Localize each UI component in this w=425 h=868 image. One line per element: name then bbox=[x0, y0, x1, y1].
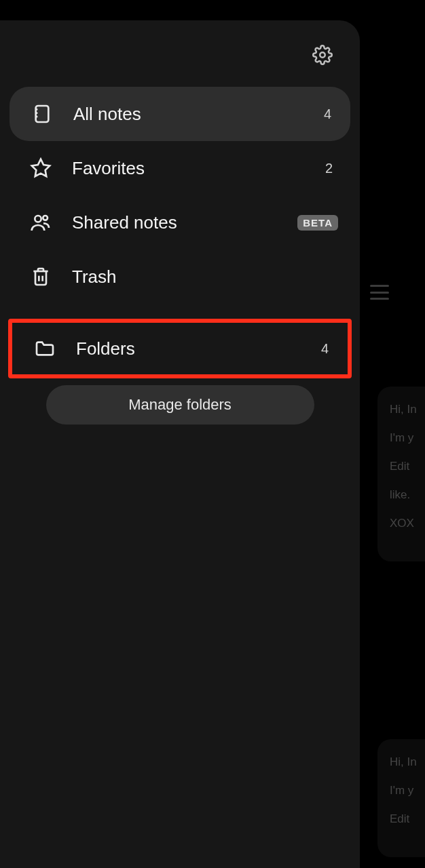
bg-text: Hi, In bbox=[390, 755, 425, 769]
trash-icon bbox=[30, 266, 52, 288]
background-note-card-2: Hi, In I'm y Edit bbox=[377, 739, 425, 857]
folder-icon bbox=[34, 338, 56, 359]
people-icon bbox=[30, 212, 52, 233]
nav-label: Favorites bbox=[72, 158, 305, 179]
nav-label: Shared notes bbox=[72, 212, 288, 233]
header-row bbox=[0, 37, 360, 87]
nav-count: 4 bbox=[321, 341, 329, 357]
bg-text: Edit bbox=[390, 460, 425, 473]
menu-icon bbox=[370, 285, 389, 300]
bg-text: XOX bbox=[390, 517, 425, 530]
notes-icon bbox=[31, 103, 53, 125]
manage-folders-wrap: Manage folders bbox=[8, 380, 352, 425]
svg-rect-1 bbox=[36, 106, 49, 122]
navigation-list: All notes 4 Favorites 2 Shared note bbox=[0, 87, 360, 425]
beta-badge: BETA bbox=[297, 215, 338, 231]
nav-item-shared-notes[interactable]: Shared notes BETA bbox=[8, 195, 352, 250]
nav-item-trash[interactable]: Trash bbox=[8, 250, 352, 304]
navigation-drawer: All notes 4 Favorites 2 Shared note bbox=[0, 20, 360, 868]
manage-folders-button[interactable]: Manage folders bbox=[46, 385, 314, 425]
svg-point-6 bbox=[35, 216, 41, 222]
nav-item-favorites[interactable]: Favorites 2 bbox=[8, 141, 352, 195]
svg-marker-5 bbox=[32, 159, 50, 176]
bg-text: I'm y bbox=[390, 431, 425, 445]
nav-count: 4 bbox=[324, 106, 331, 122]
settings-button[interactable] bbox=[312, 45, 333, 68]
star-icon bbox=[30, 157, 52, 179]
hamburger-menu-behind bbox=[370, 285, 389, 300]
nav-label: All notes bbox=[73, 104, 303, 125]
gear-icon bbox=[312, 45, 333, 65]
background-note-card: Hi, In I'm y Edit like. XOX bbox=[377, 387, 425, 561]
bg-text: Edit bbox=[390, 812, 425, 826]
bg-text: Hi, In bbox=[390, 403, 425, 416]
nav-label: Folders bbox=[76, 338, 301, 359]
nav-item-folders[interactable]: Folders 4 bbox=[12, 323, 348, 374]
bg-text: I'm y bbox=[390, 784, 425, 797]
nav-count: 2 bbox=[325, 161, 333, 176]
bg-text: like. bbox=[390, 488, 425, 502]
svg-point-7 bbox=[43, 216, 48, 220]
nav-label: Trash bbox=[72, 267, 338, 288]
svg-point-0 bbox=[320, 52, 325, 58]
nav-item-all-notes[interactable]: All notes 4 bbox=[10, 87, 350, 141]
folders-highlight: Folders 4 bbox=[8, 319, 352, 378]
